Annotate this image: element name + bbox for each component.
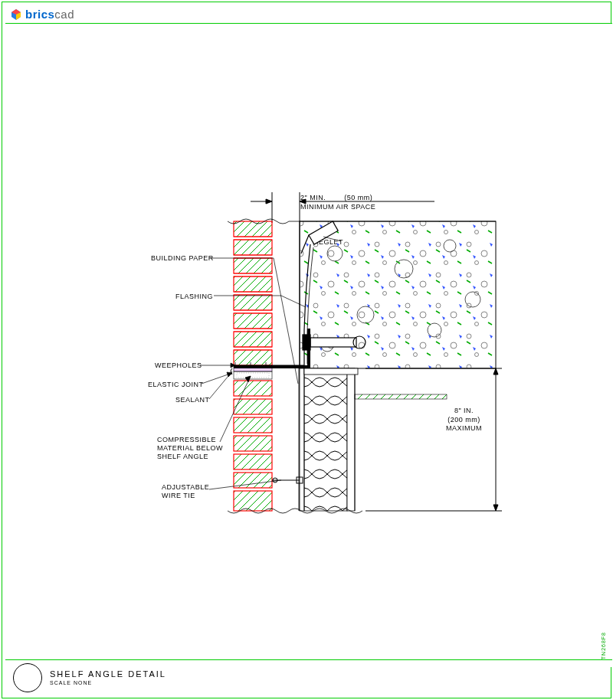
svg-rect-38 bbox=[234, 399, 272, 414]
title-block: SHELF ANGLE DETAIL SCALE NONE bbox=[5, 659, 612, 695]
svg-rect-33 bbox=[234, 295, 272, 310]
bricscad-logo-icon bbox=[10, 8, 22, 21]
svg-rect-32 bbox=[234, 276, 272, 292]
title-block-text: SHELF ANGLE DETAIL SCALE NONE bbox=[50, 669, 166, 685]
header-bar: bricscad bbox=[5, 5, 612, 24]
cad-diagram bbox=[5, 24, 612, 667]
svg-rect-71 bbox=[347, 368, 355, 511]
svg-rect-29 bbox=[234, 221, 272, 237]
svg-rect-34 bbox=[234, 313, 272, 329]
svg-marker-17 bbox=[493, 368, 498, 375]
svg-rect-37 bbox=[234, 381, 272, 396]
svg-rect-73 bbox=[304, 368, 358, 375]
brand-text: bricscad bbox=[25, 8, 74, 21]
drawing-ref-label: TN268F8 bbox=[601, 632, 606, 659]
svg-rect-41 bbox=[234, 454, 272, 469]
svg-rect-70 bbox=[304, 368, 347, 511]
title-block-circle-icon bbox=[13, 663, 42, 692]
svg-marker-11 bbox=[266, 199, 272, 204]
svg-rect-31 bbox=[234, 258, 272, 273]
drawing-scale: SCALE NONE bbox=[50, 680, 166, 685]
brand-part2: cad bbox=[54, 8, 74, 21]
svg-rect-36 bbox=[234, 350, 272, 365]
svg-rect-30 bbox=[234, 240, 272, 255]
app-frame: bricscad 2" MIN. (50 mm) MINIMUM AIR SPA… bbox=[2, 2, 611, 698]
brand-part1: brics bbox=[25, 8, 54, 21]
svg-rect-74 bbox=[355, 394, 447, 399]
svg-marker-18 bbox=[493, 505, 498, 511]
svg-rect-60 bbox=[237, 373, 269, 378]
svg-rect-35 bbox=[234, 332, 272, 347]
svg-rect-40 bbox=[234, 436, 272, 451]
svg-rect-43 bbox=[234, 491, 272, 511]
drawing-canvas: 2" MIN. (50 mm) MINIMUM AIR SPACE 8" IN.… bbox=[5, 24, 612, 667]
svg-rect-69 bbox=[300, 368, 304, 511]
svg-rect-39 bbox=[234, 417, 272, 433]
svg-rect-63 bbox=[310, 338, 356, 347]
svg-rect-59 bbox=[234, 371, 272, 379]
drawing-title: SHELF ANGLE DETAIL bbox=[50, 669, 166, 679]
